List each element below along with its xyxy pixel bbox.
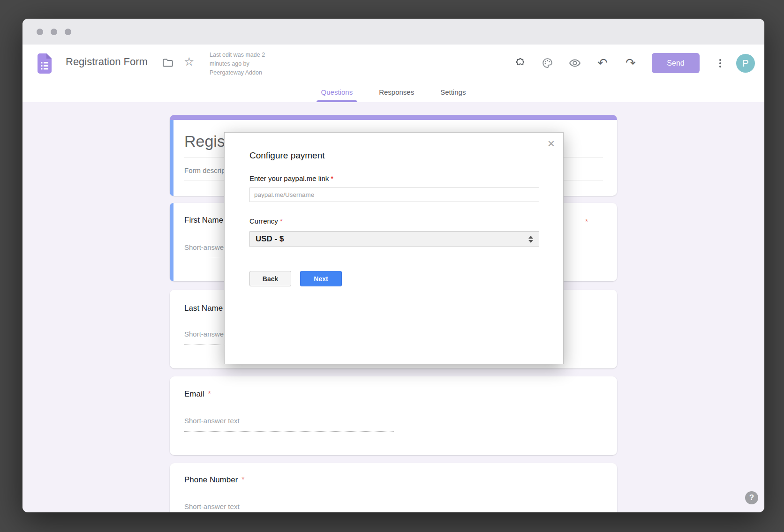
required-asterisk: * (585, 218, 588, 226)
document-title[interactable]: Registration Form (66, 56, 148, 68)
window-close-button[interactable] (37, 29, 43, 35)
paypal-link-label: Enter your paypal.me link* (249, 174, 333, 182)
forms-header: Registration Form ☆ Last edit was made 2… (23, 45, 764, 82)
required-asterisk: * (208, 390, 211, 398)
short-answer-placeholder: Short-answer text (184, 502, 394, 512)
required-asterisk: * (241, 476, 244, 484)
required-asterisk: * (280, 217, 283, 225)
question-card-phone-number[interactable]: Phone Number* Short-answer text (170, 463, 617, 512)
tab-settings[interactable]: Settings (436, 82, 470, 102)
more-options-kebab-icon[interactable] (716, 57, 725, 70)
question-label[interactable]: Email* (184, 390, 211, 399)
account-avatar[interactable]: P (736, 54, 755, 73)
back-button[interactable]: Back (249, 271, 291, 286)
editor-tabs: Questions Responses Settings (23, 82, 764, 102)
configure-payment-dialog: × Configure payment Enter your paypal.me… (224, 132, 564, 364)
window-titlebar (23, 19, 764, 45)
addons-puzzle-icon[interactable] (513, 57, 526, 69)
select-spinner-icon (528, 236, 533, 243)
question-label[interactable]: Last Name (184, 304, 223, 313)
next-button[interactable]: Next (300, 271, 342, 286)
selected-indicator-bar (170, 203, 173, 281)
tab-questions[interactable]: Questions (317, 82, 358, 102)
question-card-email[interactable]: Email* Short-answer text (170, 376, 617, 455)
help-button[interactable]: ? (745, 491, 758, 504)
window-zoom-button[interactable] (65, 29, 71, 35)
star-icon[interactable]: ☆ (184, 55, 194, 68)
paypal-link-input[interactable] (249, 187, 539, 202)
redo-icon[interactable]: ↷ (625, 57, 637, 69)
required-asterisk: * (331, 174, 333, 182)
theme-color-bar (170, 115, 617, 120)
currency-selected-value: USD - $ (256, 234, 528, 244)
selected-indicator-bar (170, 120, 173, 196)
browser-window: Registration Form ☆ Last edit was made 2… (23, 19, 764, 512)
currency-label: Currency* (249, 217, 283, 225)
send-button[interactable]: Send (652, 53, 700, 73)
currency-select[interactable]: USD - $ (249, 231, 539, 247)
desktop-background: Registration Form ☆ Last edit was made 2… (0, 0, 784, 532)
tab-responses[interactable]: Responses (374, 82, 419, 102)
google-forms-logo-icon (37, 53, 52, 74)
close-icon[interactable]: × (548, 137, 555, 150)
customize-theme-palette-icon[interactable] (541, 57, 553, 69)
short-answer-placeholder: Short-answer text (184, 417, 394, 432)
window-minimize-button[interactable] (51, 29, 57, 35)
move-to-folder-icon[interactable] (162, 57, 174, 69)
question-label[interactable]: First Name (184, 216, 223, 225)
question-label[interactable]: Phone Number* (184, 475, 245, 485)
preview-eye-icon[interactable] (569, 57, 581, 69)
last-edit-status: Last edit was made 2 minutes ago by Peer… (210, 51, 265, 77)
undo-icon[interactable]: ↶ (596, 57, 609, 69)
dialog-title: Configure payment (249, 150, 325, 161)
